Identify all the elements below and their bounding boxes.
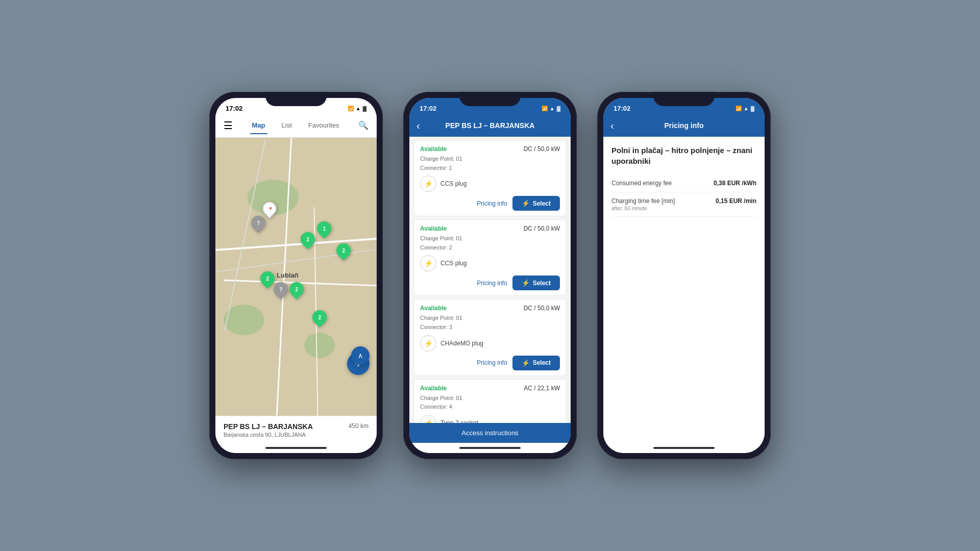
header-title-2: PEP BS LJ – BARJANSKA: [446, 121, 535, 130]
app-header-3: ‹ Pricing info: [603, 114, 765, 137]
menu-icon[interactable]: ☰: [224, 119, 233, 132]
pricing-row-2-sublabel: after: 60 minute: [611, 206, 675, 211]
select-button-2[interactable]: ⚡ Select: [512, 276, 560, 290]
card-actions-3: Pricing info ⚡ Select: [420, 356, 560, 370]
station-name: PEP BS LJ – BARJANSKA: [224, 422, 313, 431]
connector-icon-4: ⚡: [420, 415, 436, 423]
charge-card-2: Available DC / 50,0 kW Charge Point: 01 …: [413, 219, 567, 296]
connector-label-4: Type 2 socket: [440, 419, 478, 423]
tab-map[interactable]: Map: [250, 116, 267, 134]
charge-card-1: Available DC / 50,0 kW Charge Point: 01 …: [413, 140, 567, 216]
charge-details-3: Charge Point: 01 Connector: 3: [420, 314, 560, 332]
pricing-content: Polni in plačaj – hitro polnjenje – znan…: [603, 137, 765, 443]
charge-details-1: Charge Point: 01 Connector: 1: [420, 155, 560, 172]
pricing-link-2[interactable]: Pricing info: [477, 280, 507, 287]
back-button-3[interactable]: ‹: [610, 120, 614, 132]
charge-details-2: Charge Point: 01 Connector: 2: [420, 234, 560, 252]
back-button-2[interactable]: ‹: [416, 120, 420, 132]
phone-3: 17:02 📶 ▲ ▓ ‹ Pricing info Polni in plač…: [597, 92, 771, 459]
header-title-3: Pricing info: [665, 121, 704, 130]
connector-label-1: CCS plug: [440, 180, 467, 187]
connector-row-1: ⚡ CCS plug: [420, 176, 560, 192]
charge-details-4: Charge Point: 01 Connector: 4: [420, 394, 560, 412]
notch: [265, 92, 327, 106]
select-button-3[interactable]: ⚡ Select: [512, 356, 560, 370]
status-available-4: Available: [420, 385, 447, 392]
charge-list: Available DC / 50,0 kW Charge Point: 01 …: [409, 137, 571, 423]
phone-3-screen: 17:02 📶 ▲ ▓ ‹ Pricing info Polni in plač…: [603, 98, 765, 453]
power-info-1: DC / 50,0 kW: [524, 145, 560, 153]
status-icons-2: 📶 ▲ ▓: [542, 106, 560, 111]
charge-card-4: Available AC / 22,1 kW Charge Point: 01 …: [413, 379, 567, 423]
collapse-button[interactable]: ∧: [351, 346, 370, 365]
time-3: 17:02: [614, 105, 630, 112]
battery-icon: ▓: [363, 106, 366, 111]
tab-favourites[interactable]: Favourites: [306, 116, 341, 134]
signal-icon-2: 📶: [542, 106, 548, 111]
status-available-1: Available: [420, 145, 447, 153]
signal-icon: 📶: [348, 106, 354, 111]
notch-3: [653, 92, 715, 106]
pricing-row-2-label: Charging time fee [min]: [611, 197, 675, 205]
connector-icon-3: ⚡: [420, 335, 436, 352]
home-indicator-2: [409, 443, 571, 453]
connector-label-2: CCS plug: [440, 260, 467, 267]
pricing-row-1-value: 0,38 EUR /kWh: [714, 180, 756, 187]
card-actions-1: Pricing info ⚡ Select: [420, 196, 560, 211]
status-icons-1: 📶 ▲ ▓: [348, 106, 366, 111]
bolt-icon-2: ⚡: [522, 279, 530, 287]
pricing-link-3[interactable]: Pricing info: [477, 359, 507, 366]
bolt-icon-1: ⚡: [522, 199, 530, 207]
notch-2: [459, 92, 521, 106]
time-1: 17:02: [226, 105, 242, 112]
pricing-row-2: Charging time fee [min] after: 60 minute…: [611, 192, 756, 217]
phone-1: 17:02 📶 ▲ ▓ ☰ Map List Favourites 🔍: [209, 92, 383, 459]
charge-card-3: Available DC / 50,0 kW Charge Point: 01 …: [413, 299, 567, 375]
status-available-2: Available: [420, 225, 447, 232]
search-icon[interactable]: 🔍: [358, 120, 369, 130]
phone-2: 17:02 📶 ▲ ▓ ‹ PEP BS LJ – BARJANSKA Avai…: [403, 92, 577, 459]
select-button-1[interactable]: ⚡ Select: [512, 196, 560, 211]
pricing-link-1[interactable]: Pricing info: [477, 200, 507, 207]
phone-1-screen: 17:02 📶 ▲ ▓ ☰ Map List Favourites 🔍: [215, 98, 377, 453]
app-header-2: ‹ PEP BS LJ – BARJANSKA: [409, 114, 571, 137]
pricing-row-1-label: Consumed energy fee: [611, 180, 672, 187]
pricing-row-2-value: 0,15 EUR /min: [716, 197, 756, 205]
city-label: Lublaň: [277, 271, 299, 279]
station-distance: 450 km: [349, 422, 369, 430]
access-instructions-bar[interactable]: Access instructions: [409, 423, 571, 443]
connector-icon-1: ⚡: [420, 176, 436, 192]
connector-row-2: ⚡ CCS plug: [420, 255, 560, 271]
nav-tabs: Map List Favourites: [250, 116, 341, 134]
card-actions-2: Pricing info ⚡ Select: [420, 276, 560, 290]
bolt-icon-3: ⚡: [522, 359, 530, 367]
power-info-3: DC / 50,0 kW: [524, 305, 560, 312]
tab-list[interactable]: List: [280, 116, 294, 134]
home-indicator-3: [603, 443, 765, 453]
connector-icon-2: ⚡: [420, 255, 436, 271]
connector-label-3: CHAdeMO plug: [440, 340, 483, 347]
connector-row-3: ⚡ CHAdeMO plug: [420, 335, 560, 352]
battery-icon-3: ▓: [751, 106, 754, 111]
bottom-card: PEP BS LJ – BARJANSKA Barjanska cesta 90…: [215, 416, 377, 443]
time-2: 17:02: [420, 105, 436, 112]
map-area[interactable]: Lublaň ? 📍 2 1 2 2 ? 2: [215, 138, 377, 416]
station-address: Barjanska cesta 90, LJUBLJANA: [224, 432, 313, 438]
pricing-title: Polni in plačaj – hitro polnjenje – znan…: [611, 145, 756, 166]
status-available-3: Available: [420, 305, 447, 312]
power-info-4: AC / 22,1 kW: [524, 385, 560, 392]
power-info-2: DC / 50,0 kW: [524, 225, 560, 232]
phone-2-screen: 17:02 📶 ▲ ▓ ‹ PEP BS LJ – BARJANSKA Avai…: [409, 98, 571, 453]
signal-icon-3: 📶: [736, 106, 742, 111]
pricing-row-1: Consumed energy fee 0,38 EUR /kWh: [611, 174, 756, 192]
wifi-icon: ▲: [356, 106, 361, 111]
connector-row-4: ⚡ Type 2 socket: [420, 415, 560, 423]
battery-icon-2: ▓: [557, 106, 560, 111]
wifi-icon-2: ▲: [550, 106, 555, 111]
home-indicator-1: [215, 443, 377, 453]
wifi-icon-3: ▲: [744, 106, 749, 111]
status-icons-3: 📶 ▲ ▓: [736, 106, 754, 111]
